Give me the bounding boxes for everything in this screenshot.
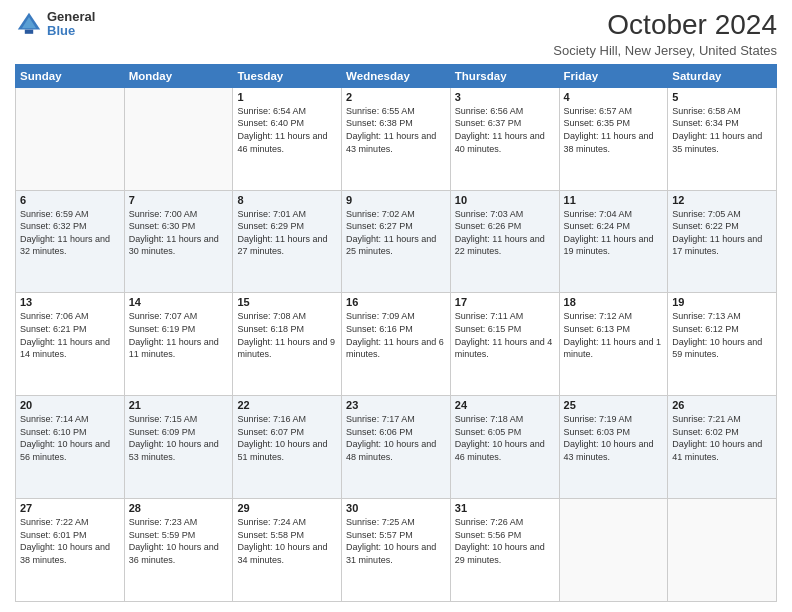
table-row: 29Sunrise: 7:24 AMSunset: 5:58 PMDayligh… — [233, 499, 342, 602]
day-number: 27 — [20, 502, 120, 514]
logo-line2: Blue — [47, 24, 95, 38]
day-info: Sunrise: 7:09 AMSunset: 6:16 PMDaylight:… — [346, 310, 446, 360]
table-row: 31Sunrise: 7:26 AMSunset: 5:56 PMDayligh… — [450, 499, 559, 602]
day-number: 14 — [129, 296, 229, 308]
calendar-week-row: 27Sunrise: 7:22 AMSunset: 6:01 PMDayligh… — [16, 499, 777, 602]
day-number: 15 — [237, 296, 337, 308]
day-info: Sunrise: 7:24 AMSunset: 5:58 PMDaylight:… — [237, 516, 337, 566]
table-row: 30Sunrise: 7:25 AMSunset: 5:57 PMDayligh… — [342, 499, 451, 602]
table-row: 2Sunrise: 6:55 AMSunset: 6:38 PMDaylight… — [342, 87, 451, 190]
day-number: 29 — [237, 502, 337, 514]
day-info: Sunrise: 7:23 AMSunset: 5:59 PMDaylight:… — [129, 516, 229, 566]
table-row — [668, 499, 777, 602]
day-number: 6 — [20, 194, 120, 206]
calendar: Sunday Monday Tuesday Wednesday Thursday… — [15, 64, 777, 602]
table-row — [559, 499, 668, 602]
table-row: 20Sunrise: 7:14 AMSunset: 6:10 PMDayligh… — [16, 396, 125, 499]
table-row: 25Sunrise: 7:19 AMSunset: 6:03 PMDayligh… — [559, 396, 668, 499]
day-info: Sunrise: 7:16 AMSunset: 6:07 PMDaylight:… — [237, 413, 337, 463]
table-row: 12Sunrise: 7:05 AMSunset: 6:22 PMDayligh… — [668, 190, 777, 293]
day-number: 8 — [237, 194, 337, 206]
table-row: 23Sunrise: 7:17 AMSunset: 6:06 PMDayligh… — [342, 396, 451, 499]
col-monday: Monday — [124, 64, 233, 87]
table-row: 22Sunrise: 7:16 AMSunset: 6:07 PMDayligh… — [233, 396, 342, 499]
title-block: October 2024 Society Hill, New Jersey, U… — [553, 10, 777, 58]
table-row: 7Sunrise: 7:00 AMSunset: 6:30 PMDaylight… — [124, 190, 233, 293]
day-info: Sunrise: 6:56 AMSunset: 6:37 PMDaylight:… — [455, 105, 555, 155]
logo-text: General Blue — [47, 10, 95, 39]
table-row — [124, 87, 233, 190]
day-number: 28 — [129, 502, 229, 514]
day-info: Sunrise: 6:54 AMSunset: 6:40 PMDaylight:… — [237, 105, 337, 155]
day-info: Sunrise: 7:26 AMSunset: 5:56 PMDaylight:… — [455, 516, 555, 566]
col-saturday: Saturday — [668, 64, 777, 87]
location: Society Hill, New Jersey, United States — [553, 43, 777, 58]
table-row: 27Sunrise: 7:22 AMSunset: 6:01 PMDayligh… — [16, 499, 125, 602]
table-row: 18Sunrise: 7:12 AMSunset: 6:13 PMDayligh… — [559, 293, 668, 396]
table-row: 19Sunrise: 7:13 AMSunset: 6:12 PMDayligh… — [668, 293, 777, 396]
day-info: Sunrise: 7:01 AMSunset: 6:29 PMDaylight:… — [237, 208, 337, 258]
day-number: 19 — [672, 296, 772, 308]
day-number: 25 — [564, 399, 664, 411]
table-row: 8Sunrise: 7:01 AMSunset: 6:29 PMDaylight… — [233, 190, 342, 293]
day-number: 21 — [129, 399, 229, 411]
table-row: 11Sunrise: 7:04 AMSunset: 6:24 PMDayligh… — [559, 190, 668, 293]
day-number: 1 — [237, 91, 337, 103]
header: General Blue October 2024 Society Hill, … — [15, 10, 777, 58]
table-row: 17Sunrise: 7:11 AMSunset: 6:15 PMDayligh… — [450, 293, 559, 396]
day-info: Sunrise: 7:21 AMSunset: 6:02 PMDaylight:… — [672, 413, 772, 463]
logo-icon — [15, 10, 43, 38]
col-tuesday: Tuesday — [233, 64, 342, 87]
day-number: 16 — [346, 296, 446, 308]
calendar-week-row: 6Sunrise: 6:59 AMSunset: 6:32 PMDaylight… — [16, 190, 777, 293]
day-info: Sunrise: 7:13 AMSunset: 6:12 PMDaylight:… — [672, 310, 772, 360]
day-number: 18 — [564, 296, 664, 308]
table-row: 6Sunrise: 6:59 AMSunset: 6:32 PMDaylight… — [16, 190, 125, 293]
day-info: Sunrise: 7:12 AMSunset: 6:13 PMDaylight:… — [564, 310, 664, 360]
table-row: 5Sunrise: 6:58 AMSunset: 6:34 PMDaylight… — [668, 87, 777, 190]
day-number: 7 — [129, 194, 229, 206]
calendar-header-row: Sunday Monday Tuesday Wednesday Thursday… — [16, 64, 777, 87]
day-info: Sunrise: 7:05 AMSunset: 6:22 PMDaylight:… — [672, 208, 772, 258]
day-info: Sunrise: 7:22 AMSunset: 6:01 PMDaylight:… — [20, 516, 120, 566]
day-info: Sunrise: 7:06 AMSunset: 6:21 PMDaylight:… — [20, 310, 120, 360]
day-number: 22 — [237, 399, 337, 411]
day-info: Sunrise: 7:17 AMSunset: 6:06 PMDaylight:… — [346, 413, 446, 463]
logo-line1: General — [47, 10, 95, 24]
day-number: 10 — [455, 194, 555, 206]
col-wednesday: Wednesday — [342, 64, 451, 87]
table-row: 9Sunrise: 7:02 AMSunset: 6:27 PMDaylight… — [342, 190, 451, 293]
day-number: 17 — [455, 296, 555, 308]
day-info: Sunrise: 6:55 AMSunset: 6:38 PMDaylight:… — [346, 105, 446, 155]
day-number: 31 — [455, 502, 555, 514]
day-number: 24 — [455, 399, 555, 411]
day-number: 23 — [346, 399, 446, 411]
day-number: 5 — [672, 91, 772, 103]
table-row: 4Sunrise: 6:57 AMSunset: 6:35 PMDaylight… — [559, 87, 668, 190]
day-number: 2 — [346, 91, 446, 103]
table-row: 10Sunrise: 7:03 AMSunset: 6:26 PMDayligh… — [450, 190, 559, 293]
day-number: 3 — [455, 91, 555, 103]
day-info: Sunrise: 6:59 AMSunset: 6:32 PMDaylight:… — [20, 208, 120, 258]
table-row: 26Sunrise: 7:21 AMSunset: 6:02 PMDayligh… — [668, 396, 777, 499]
day-info: Sunrise: 7:08 AMSunset: 6:18 PMDaylight:… — [237, 310, 337, 360]
table-row: 28Sunrise: 7:23 AMSunset: 5:59 PMDayligh… — [124, 499, 233, 602]
day-info: Sunrise: 6:57 AMSunset: 6:35 PMDaylight:… — [564, 105, 664, 155]
table-row — [16, 87, 125, 190]
table-row: 3Sunrise: 6:56 AMSunset: 6:37 PMDaylight… — [450, 87, 559, 190]
table-row: 1Sunrise: 6:54 AMSunset: 6:40 PMDaylight… — [233, 87, 342, 190]
day-info: Sunrise: 7:00 AMSunset: 6:30 PMDaylight:… — [129, 208, 229, 258]
day-info: Sunrise: 7:14 AMSunset: 6:10 PMDaylight:… — [20, 413, 120, 463]
day-number: 30 — [346, 502, 446, 514]
day-number: 26 — [672, 399, 772, 411]
table-row: 14Sunrise: 7:07 AMSunset: 6:19 PMDayligh… — [124, 293, 233, 396]
day-info: Sunrise: 7:02 AMSunset: 6:27 PMDaylight:… — [346, 208, 446, 258]
table-row: 24Sunrise: 7:18 AMSunset: 6:05 PMDayligh… — [450, 396, 559, 499]
col-sunday: Sunday — [16, 64, 125, 87]
calendar-week-row: 20Sunrise: 7:14 AMSunset: 6:10 PMDayligh… — [16, 396, 777, 499]
day-info: Sunrise: 7:04 AMSunset: 6:24 PMDaylight:… — [564, 208, 664, 258]
calendar-week-row: 13Sunrise: 7:06 AMSunset: 6:21 PMDayligh… — [16, 293, 777, 396]
day-info: Sunrise: 7:15 AMSunset: 6:09 PMDaylight:… — [129, 413, 229, 463]
calendar-week-row: 1Sunrise: 6:54 AMSunset: 6:40 PMDaylight… — [16, 87, 777, 190]
day-info: Sunrise: 7:25 AMSunset: 5:57 PMDaylight:… — [346, 516, 446, 566]
